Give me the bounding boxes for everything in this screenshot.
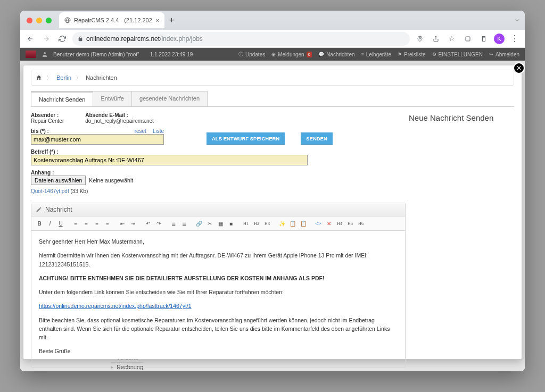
tag-icon: ⚑ <box>398 52 402 57</box>
subject-label: Betreff (*) : <box>31 149 406 155</box>
file-choose-button[interactable]: Dateien auswählen <box>31 176 86 185</box>
back-button[interactable] <box>24 33 36 45</box>
new-tab-button[interactable]: + <box>164 13 178 27</box>
app-logo <box>26 51 36 58</box>
sender-email-value: do_not_reply@repaircms.net <box>85 118 154 124</box>
clipboard-button[interactable]: 📋 <box>288 219 298 228</box>
menu-preisliste[interactable]: ⚑Preisliste <box>398 52 426 57</box>
h4-button[interactable]: H4 <box>335 219 344 228</box>
body-p3: Unter dem folgendem Link können Sie ents… <box>39 288 398 296</box>
bookmark-icon[interactable]: ☆ <box>446 33 458 45</box>
italic-button[interactable]: I <box>45 219 55 228</box>
share-icon[interactable] <box>430 33 442 45</box>
wand-button[interactable]: ✨ <box>277 219 287 228</box>
link-button[interactable]: 🔗 <box>194 219 204 228</box>
breadcrumb-page: Nachrichten <box>86 74 117 81</box>
close-tab-icon[interactable]: × <box>155 16 160 24</box>
h5-button[interactable]: H5 <box>345 219 355 228</box>
home-icon[interactable] <box>36 74 42 81</box>
tab-sent[interactable]: gesendete Nachrichten <box>131 91 208 106</box>
tab-title: RepairCMS 2.4.4 - (21.12.202 <box>74 17 152 23</box>
video-button[interactable]: ■ <box>226 219 236 228</box>
profile-avatar[interactable]: K <box>494 34 505 44</box>
user-label: Benutzer demo (Demo Admin) "root" <box>53 52 139 57</box>
body-p5: Beste Grüße <box>39 347 398 355</box>
menu-leihgeraete[interactable]: ≡Leihgeräte <box>361 52 392 57</box>
redo-button[interactable]: ↷ <box>154 219 163 228</box>
svg-rect-3 <box>483 36 485 41</box>
image-button[interactable]: ▦ <box>216 219 225 228</box>
body-greeting: Sehr geehrter Herr Herr Max Mustermann, <box>39 237 398 246</box>
source-button[interactable]: <> <box>313 219 323 228</box>
outdent-button[interactable]: ⇤ <box>118 219 127 228</box>
browser-tab[interactable]: RepairCMS 2.4.4 - (21.12.202 × <box>59 12 164 28</box>
browser-tab-strip: RepairCMS 2.4.4 - (21.12.202 × + <box>20 11 525 30</box>
attachment-label: Anhang : <box>31 170 406 176</box>
close-window[interactable] <box>27 18 32 23</box>
body-link[interactable]: https://onlinedemo.repaircms.net/index.p… <box>39 303 192 309</box>
ordered-list-button[interactable]: ≣ <box>169 219 178 228</box>
h3-button[interactable]: H3 <box>262 219 272 228</box>
forward-button[interactable] <box>40 33 52 45</box>
message-editor: Nachricht B I U ≡ ≡ ≡ <box>31 203 406 368</box>
svg-point-1 <box>419 37 421 39</box>
tab-drafts[interactable]: Entwürfe <box>93 91 131 106</box>
subject-input[interactable] <box>31 155 308 165</box>
undo-button[interactable]: ↶ <box>143 219 153 228</box>
recipient-input[interactable] <box>31 134 164 145</box>
menu-einstellungen[interactable]: ⚙EINSTELLUNGEN <box>432 52 483 57</box>
reader-icon[interactable] <box>478 33 490 45</box>
sender-email-label: Absende E-Mail : <box>85 112 154 118</box>
svg-point-5 <box>44 52 46 54</box>
h2-button[interactable]: H2 <box>252 219 261 228</box>
window-controls <box>27 18 52 23</box>
app-viewport: Benutzer demo (Demo Admin) "root" 1.1.20… <box>20 48 525 371</box>
save-draft-button[interactable]: ALS ENTWURF SPEICHERN <box>207 132 285 145</box>
breadcrumb-location[interactable]: Berlin <box>56 74 71 81</box>
tab-send[interactable]: Nachricht Senden <box>31 91 93 106</box>
user-icon <box>42 51 48 57</box>
menu-nachrichten[interactable]: 💬Nachrichten <box>318 52 354 57</box>
meldungen-badge: 0 <box>307 52 312 57</box>
align-left-button[interactable]: ≡ <box>71 219 80 228</box>
underline-button[interactable]: U <box>56 219 65 228</box>
chevron-down-icon[interactable] <box>514 17 521 23</box>
h6-button[interactable]: H6 <box>356 219 366 228</box>
editor-body[interactable]: Sehr geehrter Herr Herr Max Mustermann, … <box>31 231 405 368</box>
bold-button[interactable]: B <box>35 219 44 228</box>
menu-updates[interactable]: ⓘUpdates <box>238 51 265 58</box>
unordered-list-button[interactable]: ≣ <box>179 219 189 228</box>
unlink-button[interactable]: ✂ <box>205 219 214 228</box>
menu-abmelden[interactable]: ↪Abmelden <box>489 52 519 57</box>
body-p4: Bitte beachten Sie, dass optional kosmet… <box>39 316 398 342</box>
extensions-icon[interactable] <box>462 33 474 45</box>
browser-menu-icon[interactable]: ⋮ <box>509 33 521 45</box>
globe-icon <box>64 17 71 23</box>
indent-button[interactable]: ⇥ <box>128 219 138 228</box>
h1-button[interactable]: H1 <box>241 219 251 228</box>
reload-button[interactable] <box>56 33 68 45</box>
align-right-button[interactable]: ≡ <box>92 219 102 228</box>
gear-icon: ⚙ <box>432 52 436 57</box>
location-icon[interactable] <box>414 33 426 45</box>
close-modal-button[interactable]: ✕ <box>513 62 525 74</box>
reset-link[interactable]: reset <box>135 128 146 134</box>
url-input[interactable]: onlinedemo.repaircms.net/index.php/jobs <box>72 32 410 46</box>
attachment-link[interactable]: Quot-1467yt.pdf <box>31 188 69 194</box>
minimize-window[interactable] <box>36 18 42 23</box>
svg-rect-2 <box>466 37 470 41</box>
maximize-window[interactable] <box>46 18 52 23</box>
send-button[interactable]: SENDEN <box>301 132 333 145</box>
paste-button[interactable]: 📋 <box>299 219 308 228</box>
logout-icon: ↪ <box>489 52 493 57</box>
align-center-button[interactable]: ≡ <box>81 219 91 228</box>
info-icon: ⓘ <box>238 51 243 58</box>
attachment-size: (33 Kb) <box>71 188 88 194</box>
align-justify-button[interactable]: ≡ <box>103 219 112 228</box>
list-icon: ≡ <box>361 52 364 57</box>
sender-label: Absender : <box>31 112 64 118</box>
browser-window: RepairCMS 2.4.4 - (21.12.202 × + onlined… <box>20 11 525 371</box>
list-link[interactable]: Liste <box>153 128 164 134</box>
menu-meldungen[interactable]: ◉Meldungen 0 <box>271 52 312 57</box>
clear-button[interactable]: ✕ <box>324 219 334 228</box>
